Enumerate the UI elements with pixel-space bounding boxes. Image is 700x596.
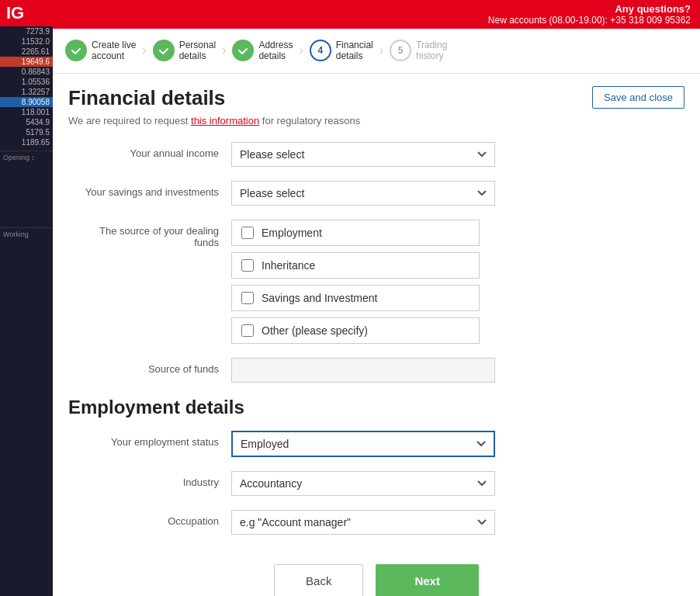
checkbox-savings[interactable]: Savings and Investment bbox=[231, 285, 480, 311]
checkbox-inheritance[interactable]: Inheritance bbox=[231, 252, 480, 279]
industry-row: Industry Please select Accountancy Finan… bbox=[68, 471, 684, 496]
sidebar-row: 1.32257 bbox=[0, 87, 53, 97]
sidebar: IG 7273.9 11532.0 2265.61 19649.6 0.8684… bbox=[0, 0, 53, 596]
checkbox-other[interactable]: Other (please specify) bbox=[231, 317, 480, 344]
bottom-buttons: Back Next bbox=[68, 549, 684, 596]
working-label: Working bbox=[0, 227, 53, 239]
step-personal: Personaldetails bbox=[153, 40, 216, 62]
occupation-label: Occupation bbox=[68, 510, 231, 527]
source-funds-control: Employment Inheritance Savings and Inves… bbox=[231, 220, 684, 344]
checkbox-employment-input[interactable] bbox=[241, 227, 254, 239]
step-icon-create-live bbox=[65, 40, 87, 61]
next-button[interactable]: Next bbox=[376, 564, 479, 596]
employment-status-row: Your employment status Please select Emp… bbox=[68, 431, 684, 457]
annual-income-control: Please select Under £20,000 £20,000 - £5… bbox=[231, 142, 684, 167]
subtitle-link[interactable]: this information bbox=[191, 115, 259, 126]
industry-control: Please select Accountancy Finance Techno… bbox=[231, 471, 684, 496]
occupation-control: e.g "Account manager" bbox=[231, 510, 684, 535]
employment-status-control: Please select Employed Self-employed Ret… bbox=[231, 431, 684, 457]
checkbox-other-input[interactable] bbox=[241, 324, 254, 337]
opening-label: Opening ↕ bbox=[0, 151, 53, 162]
phone-info: New accounts (08.00-19.00): +35 318 009 … bbox=[62, 15, 691, 26]
checkbox-savings-label: Savings and Investment bbox=[262, 292, 377, 304]
checkbox-group: Employment Inheritance Savings and Inves… bbox=[231, 220, 684, 344]
sidebar-row: 5179.5 bbox=[0, 127, 53, 137]
occupation-row: Occupation e.g "Account manager" bbox=[68, 510, 684, 535]
step-arrow: › bbox=[222, 43, 226, 57]
step-address: Addressdetails bbox=[232, 40, 293, 62]
savings-label: Your savings and investments bbox=[68, 181, 231, 198]
source-of-funds-text-control bbox=[231, 358, 684, 383]
savings-select[interactable]: Please select Under £10,000 £10,000 - £5… bbox=[231, 181, 495, 206]
occupation-select[interactable]: e.g "Account manager" bbox=[231, 510, 495, 535]
step-icon-personal bbox=[153, 40, 175, 61]
industry-select[interactable]: Please select Accountancy Finance Techno… bbox=[231, 471, 495, 496]
save-close-button[interactable]: Save and close bbox=[592, 86, 684, 109]
employment-status-select[interactable]: Please select Employed Self-employed Ret… bbox=[231, 431, 495, 457]
any-questions-text: Any questions? bbox=[62, 3, 691, 15]
step-label-address: Addressdetails bbox=[258, 40, 293, 62]
source-of-funds-input[interactable] bbox=[231, 358, 495, 383]
sidebar-row: 7273.9 bbox=[0, 26, 53, 36]
checkbox-employment[interactable]: Employment bbox=[231, 220, 480, 246]
progress-bar: Create liveaccount › Personaldetails › bbox=[53, 29, 700, 74]
sidebar-row: 19649.6 bbox=[0, 57, 53, 67]
step-trading: 5 Tradinghistory bbox=[390, 40, 447, 62]
sidebar-row: 118.001 bbox=[0, 107, 53, 117]
employment-section-title: Employment details bbox=[68, 397, 684, 418]
top-bar: Any questions? New accounts (08.00-19.00… bbox=[53, 0, 700, 29]
step-label-financial: Financialdetails bbox=[336, 40, 373, 62]
step-create-live: Create liveaccount bbox=[65, 40, 136, 62]
sidebar-row: 2265.61 bbox=[0, 47, 53, 57]
step-icon-trading: 5 bbox=[390, 40, 411, 61]
annual-income-label: Your annual income bbox=[68, 142, 231, 159]
step-icon-address bbox=[232, 40, 254, 61]
checkbox-employment-label: Employment bbox=[262, 227, 322, 239]
step-icon-financial: 4 bbox=[310, 40, 331, 61]
checkbox-inheritance-input[interactable] bbox=[241, 259, 254, 272]
step-label-trading: Tradinghistory bbox=[416, 40, 447, 62]
sidebar-row: 11532.0 bbox=[0, 36, 53, 47]
sidebar-row: 5434.9 bbox=[0, 117, 53, 127]
sidebar-row: 1.05536 bbox=[0, 77, 53, 87]
annual-income-select[interactable]: Please select Under £20,000 £20,000 - £5… bbox=[231, 142, 495, 167]
checkbox-inheritance-label: Inheritance bbox=[262, 259, 315, 272]
annual-income-row: Your annual income Please select Under £… bbox=[68, 142, 684, 167]
wizard-container: Create liveaccount › Personaldetails › bbox=[53, 29, 700, 596]
step-financial: 4 Financialdetails bbox=[310, 40, 373, 62]
step-arrow: › bbox=[299, 43, 303, 57]
checkbox-savings-input[interactable] bbox=[241, 292, 254, 304]
savings-row: Your savings and investments Please sele… bbox=[68, 181, 684, 206]
employment-status-label: Your employment status bbox=[68, 431, 231, 448]
step-label-create-live: Create liveaccount bbox=[92, 40, 136, 62]
main-area: Any questions? New accounts (08.00-19.00… bbox=[53, 0, 700, 596]
sidebar-row: 0.86843 bbox=[0, 67, 53, 77]
ig-logo: IG bbox=[0, 0, 53, 26]
step-arrow: › bbox=[142, 43, 146, 57]
back-button[interactable]: Back bbox=[274, 564, 363, 596]
source-funds-label: The source of your dealingfunds bbox=[68, 220, 231, 248]
industry-label: Industry bbox=[68, 471, 231, 488]
savings-control: Please select Under £10,000 £10,000 - £5… bbox=[231, 181, 684, 206]
page-subtitle: We are required to request this informat… bbox=[68, 115, 684, 126]
source-funds-row: The source of your dealingfunds Employme… bbox=[68, 220, 684, 344]
step-arrow: › bbox=[379, 43, 383, 57]
checkbox-other-label: Other (please specify) bbox=[262, 324, 368, 337]
source-of-funds-text-label: Source of funds bbox=[68, 358, 231, 375]
step-label-personal: Personaldetails bbox=[179, 40, 216, 62]
sidebar-row: 8.90058 bbox=[0, 97, 53, 107]
source-of-funds-text-row: Source of funds bbox=[68, 358, 684, 383]
sidebar-row: 1189.65 bbox=[0, 137, 53, 147]
form-content: Save and close Financial details We are … bbox=[53, 74, 700, 596]
